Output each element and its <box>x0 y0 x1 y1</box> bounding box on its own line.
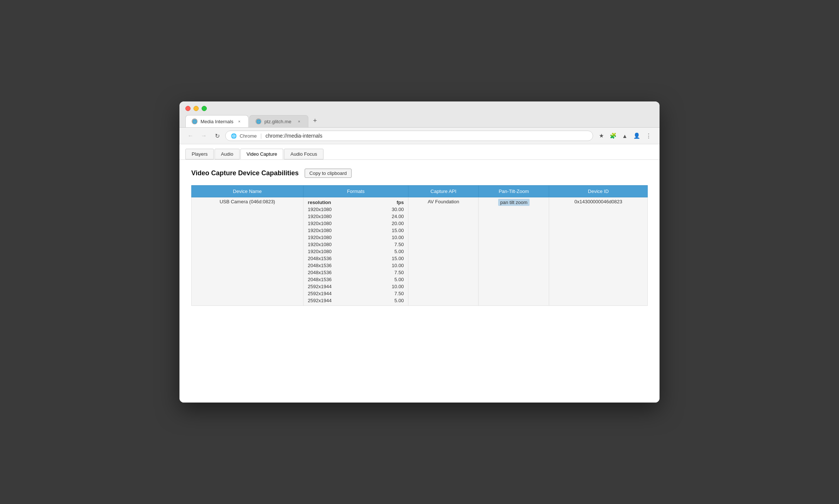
format-resolution: 1920x1080 <box>308 228 341 233</box>
format-fps: 24.00 <box>385 214 404 219</box>
format-fps: 10.00 <box>385 263 404 268</box>
format-resolution: 2592x1944 <box>308 291 341 296</box>
format-resolution: 2048x1536 <box>308 270 341 275</box>
col-header-formats: Formats <box>303 186 408 197</box>
tabs-bar: 🌐 Media Internals × 🌐 ptz.glitch.me × + <box>185 115 654 127</box>
format-row: 2592x19445.00 <box>308 297 404 304</box>
address-url: chrome://media-internals <box>266 133 322 139</box>
tab-video-capture[interactable]: Video Capture <box>240 149 284 159</box>
maximize-button[interactable] <box>202 106 207 111</box>
menu-icon[interactable]: ⋮ <box>643 131 654 141</box>
cast-icon[interactable]: ▲ <box>620 131 630 141</box>
format-row: 1920x108020.00 <box>308 220 404 227</box>
address-separator: | <box>260 133 262 139</box>
main-content: Video Capture Device Capabilities Copy t… <box>179 160 660 315</box>
format-row: 2592x194410.00 <box>308 283 404 290</box>
back-button[interactable]: ← <box>185 131 196 141</box>
format-row: 1920x108015.00 <box>308 227 404 234</box>
bookmark-icon[interactable]: ★ <box>596 131 606 141</box>
capture-api-cell: AV Foundation <box>408 197 479 306</box>
browser-tab-ptz[interactable]: 🌐 ptz.glitch.me × <box>249 115 308 127</box>
format-row: 1920x108010.00 <box>308 234 404 241</box>
formats-cell: resolutionfps1920x108030.001920x108024.0… <box>303 197 408 306</box>
format-resolution: 2592x1944 <box>308 298 341 303</box>
profile-icon[interactable]: 👤 <box>631 131 642 141</box>
format-row: 2048x15367.50 <box>308 269 404 276</box>
format-resolution: 2048x1536 <box>308 256 341 261</box>
device-name-cell: USB Camera (046d:0823) <box>192 197 304 306</box>
close-button[interactable] <box>185 106 191 111</box>
format-fps: 7.50 <box>385 291 404 296</box>
page-content: Players Audio Video Capture Audio Focus … <box>179 144 660 403</box>
tab-favicon-media-internals: 🌐 <box>192 118 198 124</box>
format-resolution: 2048x1536 <box>308 263 341 268</box>
format-resolution: 1920x1080 <box>308 242 341 247</box>
minimize-button[interactable] <box>194 106 199 111</box>
format-row: 2592x19447.50 <box>308 290 404 297</box>
ptz-cell: pan tilt zoom <box>479 197 549 306</box>
section-header: Video Capture Device Capabilities Copy t… <box>191 169 648 178</box>
tab-close-ptz[interactable]: × <box>296 118 302 124</box>
address-bar[interactable]: 🌐 Chrome | chrome://media-internals <box>225 131 593 141</box>
format-fps: 7.50 <box>385 270 404 275</box>
format-row: 1920x108024.00 <box>308 213 404 220</box>
tab-label-media-internals: Media Internals <box>201 119 233 124</box>
format-fps: 5.00 <box>385 249 404 254</box>
fps-header: fps <box>385 200 404 205</box>
format-fps: 10.00 <box>385 284 404 289</box>
format-fps: 5.00 <box>385 277 404 282</box>
page-navigation: Players Audio Video Capture Audio Focus <box>179 144 660 160</box>
new-tab-button[interactable]: + <box>309 115 321 127</box>
col-header-device-id: Device ID <box>549 186 648 197</box>
format-row: 2048x15365.00 <box>308 276 404 283</box>
format-fps: 15.00 <box>385 228 404 233</box>
tab-players[interactable]: Players <box>185 149 214 159</box>
format-row: 1920x10807.50 <box>308 241 404 248</box>
table-row: USB Camera (046d:0823)resolutionfps1920x… <box>192 197 648 306</box>
traffic-lights <box>185 106 654 111</box>
format-fps: 20.00 <box>385 221 404 226</box>
address-protocol: Chrome <box>240 133 257 139</box>
col-header-capture-api: Capture API <box>408 186 479 197</box>
col-header-device-name: Device Name <box>192 186 304 197</box>
format-resolution: 1920x1080 <box>308 235 341 240</box>
tab-label-ptz: ptz.glitch.me <box>264 119 291 124</box>
col-header-ptz: Pan-Tilt-Zoom <box>479 186 549 197</box>
format-resolution: 1920x1080 <box>308 221 341 226</box>
capabilities-table: Device Name Formats Capture API Pan-Tilt… <box>191 185 648 306</box>
resolution-header: resolution <box>308 200 341 205</box>
format-fps: 7.50 <box>385 242 404 247</box>
tab-favicon-ptz: 🌐 <box>256 118 261 124</box>
toolbar-actions: ★ 🧩 ▲ 👤 ⋮ <box>596 131 654 141</box>
tab-audio-focus[interactable]: Audio Focus <box>284 149 323 159</box>
format-row: 1920x108030.00 <box>308 206 404 213</box>
format-resolution: 1920x1080 <box>308 207 341 212</box>
extensions-icon[interactable]: 🧩 <box>608 131 618 141</box>
device-id-cell: 0x14300000046d0823 <box>549 197 648 306</box>
format-row: 1920x10805.00 <box>308 248 404 255</box>
format-fps: 5.00 <box>385 298 404 303</box>
format-fps: 30.00 <box>385 207 404 212</box>
copy-to-clipboard-button[interactable]: Copy to clipboard <box>305 169 352 178</box>
browser-window: 🌐 Media Internals × 🌐 ptz.glitch.me × + … <box>179 101 660 403</box>
tab-audio[interactable]: Audio <box>215 149 239 159</box>
toolbar: ← → ↻ 🌐 Chrome | chrome://media-internal… <box>179 128 660 144</box>
title-bar: 🌐 Media Internals × 🌐 ptz.glitch.me × + <box>179 101 660 128</box>
format-fps: 15.00 <box>385 256 404 261</box>
browser-tab-media-internals[interactable]: 🌐 Media Internals × <box>185 115 249 127</box>
format-resolution: 1920x1080 <box>308 249 341 254</box>
format-resolution: 2048x1536 <box>308 277 341 282</box>
forward-button[interactable]: → <box>199 131 209 141</box>
format-row: 2048x153610.00 <box>308 262 404 269</box>
tab-close-media-internals[interactable]: × <box>236 118 242 124</box>
section-title: Video Capture Device Capabilities <box>191 169 299 177</box>
format-fps: 10.00 <box>385 235 404 240</box>
format-resolution: 2592x1944 <box>308 284 341 289</box>
format-resolution: 1920x1080 <box>308 214 341 219</box>
reload-button[interactable]: ↻ <box>212 131 222 141</box>
ptz-value: pan tilt zoom <box>498 199 530 206</box>
format-row: 2048x153615.00 <box>308 255 404 262</box>
address-security-icon: 🌐 <box>231 133 237 139</box>
